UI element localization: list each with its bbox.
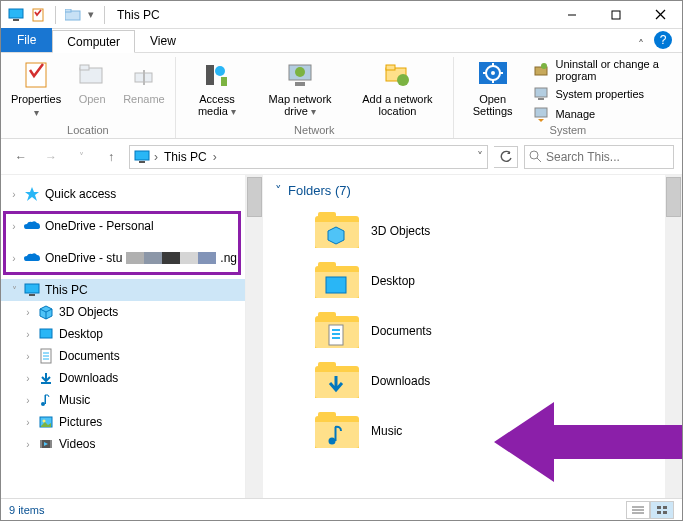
folder-documents[interactable]: Documents [275, 306, 653, 356]
chevron-down-icon[interactable]: ˅ [275, 183, 282, 198]
address-dropdown-icon[interactable]: ˅ [477, 150, 483, 164]
refresh-button[interactable] [494, 146, 518, 168]
svg-rect-35 [135, 151, 149, 160]
up-button[interactable]: ↑ [99, 145, 123, 169]
svg-point-18 [295, 67, 305, 77]
search-input[interactable] [546, 150, 669, 164]
svg-rect-16 [221, 77, 227, 86]
nav-music[interactable]: › Music [1, 389, 245, 411]
ribbon-collapse-icon[interactable]: ˄ [634, 38, 648, 52]
nav-onedrive-personal[interactable]: › OneDrive - Personal [1, 215, 245, 237]
details-view-button[interactable] [626, 501, 650, 519]
chevron-right-icon[interactable]: › [23, 329, 33, 340]
svg-rect-75 [663, 511, 667, 514]
recent-locations-dropdown[interactable]: ˅ [69, 145, 93, 169]
uninstall-icon [533, 62, 549, 78]
svg-point-25 [491, 71, 495, 75]
nav-documents[interactable]: › Documents [1, 345, 245, 367]
add-network-location-button[interactable]: Add a network location [348, 57, 447, 119]
search-icon [529, 150, 542, 163]
svg-point-37 [530, 151, 538, 159]
open-settings-button[interactable]: Open Settings [460, 57, 526, 119]
uninstall-program-button[interactable]: Uninstall or change a program [529, 57, 676, 83]
svg-rect-4 [65, 9, 71, 12]
breadcrumb-sep-icon[interactable]: › [154, 150, 158, 164]
ribbon: Properties ▾ Open Rename Location Access… [1, 53, 682, 139]
nav-3d-objects[interactable]: › 3D Objects [1, 301, 245, 323]
this-pc-icon [23, 282, 41, 298]
nav-desktop[interactable]: › Desktop [1, 323, 245, 345]
chevron-right-icon[interactable]: › [23, 351, 33, 362]
nav-quick-access[interactable]: › Quick access [1, 183, 245, 205]
folder-icon [315, 362, 359, 400]
svg-point-22 [397, 74, 409, 86]
rename-button[interactable]: Rename [119, 57, 169, 107]
chevron-right-icon[interactable]: › [23, 395, 33, 406]
chevron-right-icon[interactable]: › [23, 307, 33, 318]
content-scrollbar-left[interactable] [246, 175, 263, 498]
svg-rect-46 [40, 329, 52, 338]
folder-downloads[interactable]: Downloads [275, 356, 653, 406]
address-bar[interactable]: › This PC › ˅ [129, 145, 488, 169]
svg-marker-60 [328, 227, 344, 244]
content-scrollbar-right[interactable] [665, 175, 682, 498]
qat-dropdown[interactable]: ▾ [86, 8, 96, 21]
status-bar: 9 items [1, 498, 682, 520]
nav-pictures[interactable]: › Pictures [1, 411, 245, 433]
nav-downloads[interactable]: › Downloads [1, 367, 245, 389]
nav-onedrive-student[interactable]: › OneDrive - stu .ng [1, 247, 245, 269]
tab-file[interactable]: File [1, 28, 52, 52]
map-network-drive-button[interactable]: Map network drive ▾ [256, 57, 344, 119]
tab-computer[interactable]: Computer [52, 30, 135, 53]
folders-section-header[interactable]: ˅ Folders (7) [275, 183, 653, 198]
window-title: This PC [117, 8, 160, 22]
svg-rect-1 [13, 19, 19, 21]
large-icons-view-button[interactable] [650, 501, 674, 519]
folder-music[interactable]: Music [275, 406, 653, 456]
redacted-text [126, 252, 216, 264]
forward-button[interactable]: → [39, 145, 63, 169]
chevron-right-icon[interactable]: › [23, 439, 33, 450]
svg-rect-21 [386, 65, 395, 70]
system-properties-button[interactable]: System properties [529, 85, 676, 103]
folder-icon [315, 212, 359, 250]
svg-rect-41 [29, 294, 35, 296]
open-button[interactable]: Open [69, 57, 115, 107]
help-icon[interactable]: ? [654, 31, 672, 49]
minimize-button[interactable] [550, 1, 594, 29]
properties-qat-icon[interactable] [29, 6, 47, 24]
svg-rect-40 [25, 284, 39, 293]
properties-button[interactable]: Properties ▾ [7, 57, 65, 120]
chevron-right-icon[interactable]: › [9, 221, 19, 232]
svg-rect-33 [538, 98, 544, 100]
this-pc-addr-icon [134, 150, 150, 164]
breadcrumb-this-pc[interactable]: This PC [162, 150, 209, 164]
svg-point-31 [541, 63, 547, 69]
folder-desktop[interactable]: Desktop [275, 256, 653, 306]
folder-3d-objects[interactable]: 3D Objects [275, 206, 653, 256]
access-media-button[interactable]: Access media ▾ [182, 57, 252, 119]
videos-icon [37, 436, 55, 452]
titlebar: ▾ This PC [1, 1, 682, 29]
chevron-right-icon[interactable]: › [9, 189, 19, 200]
search-box[interactable] [524, 145, 674, 169]
quick-access-icon [23, 186, 41, 202]
chevron-right-icon[interactable]: › [23, 417, 33, 428]
back-button[interactable]: ← [9, 145, 33, 169]
breadcrumb-sep-icon[interactable]: › [213, 150, 217, 164]
maximize-button[interactable] [594, 1, 638, 29]
nav-this-pc[interactable]: ˅ This PC [1, 279, 245, 301]
manage-button[interactable]: Manage [529, 105, 676, 123]
new-folder-qat-icon[interactable] [64, 6, 82, 24]
chevron-right-icon[interactable]: › [9, 253, 19, 264]
close-button[interactable] [638, 1, 682, 29]
folder-icon [315, 262, 359, 300]
svg-rect-72 [657, 506, 661, 509]
nav-videos[interactable]: › Videos [1, 433, 245, 455]
address-row: ← → ˅ ↑ › This PC › ˅ [1, 139, 682, 175]
chevron-right-icon[interactable]: › [23, 373, 33, 384]
3d-objects-icon [37, 304, 55, 320]
desktop-icon [37, 326, 55, 342]
tab-view[interactable]: View [135, 29, 191, 52]
chevron-down-icon[interactable]: ˅ [9, 285, 19, 296]
